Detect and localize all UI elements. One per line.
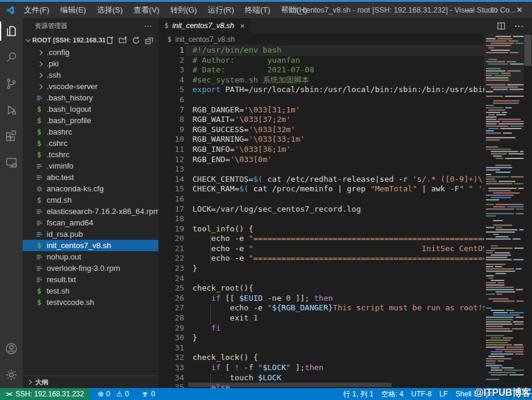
cursor-position[interactable]: 行 1, 列 1 [343,389,374,399]
code-line-19[interactable]: tool_info() { [192,224,484,234]
file-item-id_rsa.pub[interactable]: id_rsa.pub [23,228,158,240]
code-line-3[interactable]: # Date: 2021-07-08 [192,65,484,75]
more-actions-icon[interactable]: ⋯ [514,20,524,32]
horizontal-scrollbar[interactable] [188,383,392,387]
file-item-testvccode.sh[interactable]: $testvccode.sh [23,297,158,308]
file-item-.tcshrc[interactable]: $.tcshrc [23,149,158,160]
new-file-icon[interactable] [105,36,114,45]
sidebar-more-icon[interactable]: ⋯ [144,22,152,30]
file-item-.config[interactable]: .config [23,47,158,58]
source-control-icon[interactable] [0,71,23,97]
collapse-all-icon[interactable] [145,36,154,45]
new-folder-icon[interactable] [118,36,127,45]
file-item-.bash_profile[interactable]: $.bash_profile [23,115,158,126]
menu-item-3[interactable]: 查看(V) [128,2,164,18]
explorer-icon[interactable] [0,18,23,44]
code-line-27[interactable]: echo -e "${RGB_DANGER}This script must b… [192,303,484,313]
code-line-30[interactable]: } [192,333,484,343]
code-line-7[interactable]: RGB_DANGER='\033[31;1m' [192,105,484,115]
code-line-29[interactable]: fi [192,323,484,334]
menu-item-0[interactable]: 文件(F) [19,2,55,18]
scrollbar-thumb[interactable] [524,35,531,66]
file-item-.ssh[interactable]: .ssh [23,69,158,81]
file-item-fscan_amd64[interactable]: fscan_amd64 [23,217,158,228]
explorer-root-section[interactable]: ROOT [SSH: 192.168.31.2... [23,33,158,47]
code-line-2[interactable]: # Author: yuanfan [192,56,484,66]
file-item-overlook-fing-3.0.rpm[interactable]: overlook-fing-3.0.rpm [23,262,158,274]
code-line-20[interactable]: echo -e "===============================… [192,234,484,244]
explorer-sidebar: 资源管理器 ⋯ ROOT [SSH: 192.168.31.2... .conf… [23,18,158,388]
line-number: 4 [158,75,184,86]
code-line-22[interactable]: echo -e "===============================… [192,254,484,264]
code-line-33[interactable]: if [ ! -f "$LOCK" ];then [192,363,484,373]
file-item-result.txt[interactable]: result.txt [23,274,158,285]
ports-indicator[interactable]: 0 [138,390,158,398]
code-line-12[interactable]: RGB_END='\033[0m' [192,155,484,165]
code-line-15[interactable]: CHECK_RAM=$( cat /proc/meminfo | grep "M… [192,184,484,194]
file-item-.viminfo[interactable]: .viminfo [23,160,158,172]
file-item-.bash_logout[interactable]: $.bash_logout [23,103,158,115]
menu-item-6[interactable]: 终端(T) [239,2,276,18]
refresh-icon[interactable] [132,36,140,45]
code-line-28[interactable]: exit 1 [192,313,484,323]
minimap[interactable] [484,33,524,388]
remote-explorer-icon[interactable] [0,149,23,176]
eol-setting[interactable]: LF [439,390,448,398]
file-item-.bash_history[interactable]: .bash_history [23,92,158,103]
file-item-.pki[interactable]: .pki [23,58,158,69]
file-item-.cshrc[interactable]: $.cshrc [23,138,158,149]
file-item-.bashrc[interactable]: $.bashrc [23,126,158,138]
code-line-5[interactable]: export PATH=/usr/local/sbin:/usr/local/b… [192,85,484,95]
file-item-anaconda-ks.cfg[interactable]: anaconda-ks.cfg [23,183,158,194]
code-line-18[interactable] [192,214,484,224]
code-line-14[interactable]: CHECK_CENTOS=$( cat /etc/redhat-release|… [192,175,484,185]
code-line-8[interactable]: RGB_WAIT='\033[37;2m' [192,115,484,125]
menu-item-2[interactable]: 选择(S) [91,2,128,18]
code-line-23[interactable]: } [192,264,484,274]
file-item-elasticsearch-7.16.2-x86_64.rpm[interactable]: elasticsearch-7.16.2-x86_64.rpm [23,206,158,217]
code-line-21[interactable]: echo -e " InitSec CentOS 7 Script [192,244,484,254]
line-number: 5 [158,85,184,95]
breadcrumb[interactable]: $ init_centos7_v8.sh [158,33,493,45]
menu-item-1[interactable]: 编辑(E) [55,2,91,18]
code-line-10[interactable]: RGB_WARNING='\033[33;1m' [192,135,484,145]
encoding[interactable]: UTF-8 [411,390,432,398]
file-item-init_centos7_v8.sh[interactable]: $init_centos7_v8.sh [23,240,158,251]
code-line-16[interactable] [192,194,484,204]
code-line-32[interactable]: check_lock() { [192,353,484,363]
code-line-25[interactable]: check_root(){ [192,283,484,294]
file-item-cmd.sh[interactable]: $cmd.sh [23,194,158,206]
code-line-9[interactable]: RGB_SUCCESS='\033[32m' [192,125,484,135]
menu-item-5[interactable]: 运行(R) [202,2,239,18]
code-line-26[interactable]: if [[ $EUID -ne 0 ]]; then [192,294,484,304]
indent-setting[interactable]: 空格: 4 [381,389,403,399]
file-item-abc.test[interactable]: abc.test [23,172,158,183]
problems-indicator[interactable]: ⊗ 0 ⚠ 0 [94,390,132,398]
chevron-down-icon [26,37,30,42]
account-icon[interactable] [0,335,23,362]
vertical-scrollbar[interactable] [524,33,532,388]
code-line-11[interactable]: RGB_INFO='\033[36;1m' [192,145,484,155]
code-line-4[interactable]: #sec_system.sh 系统加固脚本 [192,75,484,86]
file-item-test.sh[interactable]: $test.sh [23,285,158,297]
search-icon[interactable] [0,44,23,71]
code-line-31[interactable] [192,343,484,353]
outline-section[interactable]: 大纲 [23,375,158,388]
code-line-17[interactable]: LOCK=/var/log/sec_centos7_record.log [192,204,484,215]
code-line-1[interactable]: #!/usr/bin/env bash [192,45,484,56]
run-debug-icon[interactable] [0,97,23,123]
code-editor[interactable]: 1234567891011121314151617181920212223242… [158,45,484,388]
file-item-.vscode-server[interactable]: .vscode-server [23,81,158,92]
tab-close-icon[interactable]: × [240,22,245,30]
remote-indicator[interactable]: >< SSH: 192.168.31.232 [0,388,90,400]
code-line-24[interactable] [192,274,484,284]
code-line-34[interactable]: touch $LOCK [192,373,484,383]
menu-item-4[interactable]: 转到(G) [165,2,203,18]
split-editor-icon[interactable] [497,22,506,30]
code-line-6[interactable] [192,95,484,105]
settings-gear-icon[interactable] [0,362,23,388]
tab-init-centos7-v8[interactable]: $ init_centos7_v8.sh × [158,18,250,33]
file-item-nohup.out[interactable]: nohup.out [23,251,158,262]
extensions-icon[interactable] [0,123,23,149]
code-line-13[interactable] [192,164,484,175]
